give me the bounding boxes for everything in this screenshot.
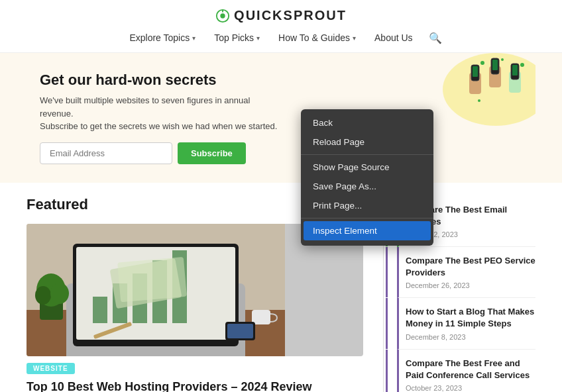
svg-point-16 [478, 99, 480, 102]
nav-how-to-arrow: ▾ [353, 34, 356, 42]
svg-rect-34 [252, 310, 270, 324]
svg-rect-29 [117, 256, 187, 301]
sidebar-date-2: December 8, 2023 [406, 333, 535, 341]
logo-row: QUICKSPROUT [0, 8, 562, 30]
hero-section: Get our hard-won secrets We've built mul… [0, 53, 562, 183]
search-icon[interactable]: 🔍 [429, 32, 442, 44]
nav-about-us[interactable]: About Us [365, 30, 422, 46]
article-illustration [27, 224, 285, 356]
sidebar-date-1: December 26, 2023 [406, 281, 535, 289]
main-content: Featured [0, 183, 562, 393]
svg-rect-12 [512, 65, 518, 75]
context-print[interactable]: Print Page... [301, 196, 433, 215]
email-input[interactable] [40, 142, 172, 164]
article-tag: WEBSITE [27, 363, 75, 374]
svg-point-33 [50, 283, 69, 304]
context-menu: Back Reload Page Show Page Source Save P… [301, 109, 433, 246]
svg-point-32 [35, 286, 51, 305]
sidebar-article-1: Compare The Best PEO Service Providers D… [397, 247, 535, 298]
sidebar-date-3: October 23, 2023 [406, 384, 535, 392]
nav-top-picks[interactable]: Top Picks ▾ [205, 30, 269, 46]
context-save-as[interactable]: Save Page As... [301, 177, 433, 196]
svg-point-15 [520, 63, 524, 67]
context-separator-1 [301, 154, 433, 155]
hero-subtitle: We've built multiple websites to seven f… [40, 94, 278, 133]
svg-point-1 [220, 13, 225, 18]
nav-how-to[interactable]: How To & Guides ▾ [269, 30, 365, 46]
nav-explore-topics[interactable]: Explore Topics ▾ [120, 30, 205, 46]
context-back[interactable]: Back [301, 113, 433, 132]
nav-explore-arrow: ▾ [192, 34, 196, 42]
context-separator-2 [301, 218, 433, 219]
svg-rect-6 [473, 66, 478, 77]
hero-form: Subscribe [40, 142, 522, 164]
sidebar-article-title-3[interactable]: Compare The Best Free and Paid Conferenc… [406, 358, 535, 381]
svg-rect-9 [492, 60, 498, 70]
site-logo-text: QUICKSPROUT [234, 8, 347, 23]
context-inspect[interactable]: Inspect Element [304, 221, 431, 240]
sidebar-article-title-2[interactable]: How to Start a Blog That Makes Money in … [406, 306, 535, 330]
nav-top-picks-arrow: ▾ [256, 34, 260, 42]
svg-rect-37 [227, 324, 253, 338]
main-nav: Explore Topics ▾ Top Picks ▾ How To & Gu… [0, 30, 562, 52]
site-header: QUICKSPROUT Explore Topics ▾ Top Picks ▾… [0, 0, 562, 53]
article-title[interactable]: Top 10 Best Web Hosting Providers – 2024… [27, 379, 363, 393]
sidebar-article-title-1[interactable]: Compare The Best PEO Service Providers [406, 255, 535, 279]
context-view-source[interactable]: Show Page Source [301, 158, 433, 177]
svg-point-13 [480, 61, 484, 65]
svg-point-14 [501, 58, 504, 61]
sidebar-article-2: How to Start a Blog That Makes Money in … [397, 298, 535, 349]
context-reload[interactable]: Reload Page [301, 132, 433, 152]
subscribe-button[interactable]: Subscribe [178, 142, 246, 164]
logo-icon [215, 9, 230, 23]
sidebar-article-3: Compare The Best Free and Paid Conferenc… [397, 350, 535, 392]
svg-rect-23 [93, 297, 107, 323]
